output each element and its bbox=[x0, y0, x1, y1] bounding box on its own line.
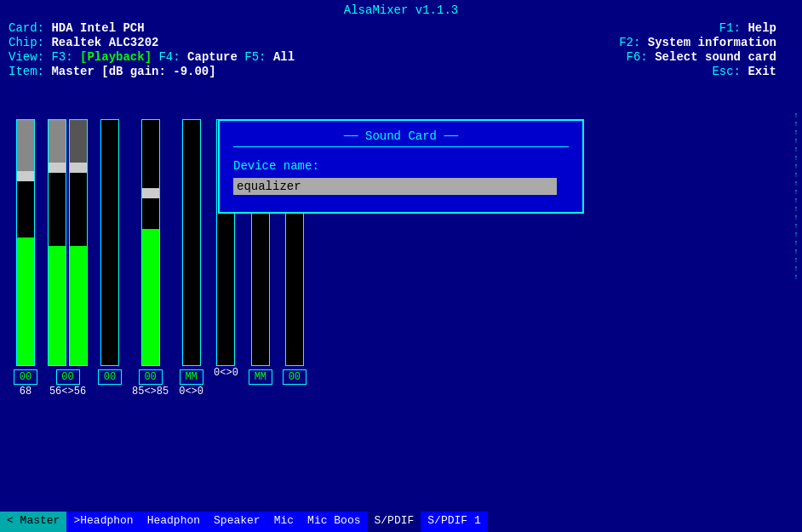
chip-label: Chip: bbox=[9, 36, 44, 49]
scroll-arrow-19: ↑ bbox=[793, 266, 798, 273]
speaker-value: 85<>85 bbox=[132, 386, 169, 398]
headphone2-fader[interactable] bbox=[100, 119, 119, 366]
channel-mic: MM 0<>0 bbox=[179, 119, 203, 398]
view-all: All bbox=[273, 50, 295, 64]
scroll-arrow-3: ↑ bbox=[793, 129, 798, 137]
sound-card-dialog: ── Sound Card ── Device name: bbox=[218, 119, 584, 214]
channel-master: 00 68 bbox=[14, 119, 37, 398]
f2-label: F2: bbox=[619, 36, 640, 49]
headphone-db: 00 bbox=[56, 369, 80, 385]
view-f4: F4: bbox=[158, 50, 180, 64]
view-info: View: F3: [Playback] F4: Capture F5: All bbox=[9, 50, 392, 64]
scroll-arrow-10: ↑ bbox=[793, 189, 798, 197]
app-title: AlsaMixer v1.1.3 bbox=[344, 3, 458, 17]
scroll-arrow-18: ↑ bbox=[793, 257, 798, 265]
chip-value: Realtek ALC3202 bbox=[51, 36, 158, 49]
item-label: Item: bbox=[9, 65, 44, 78]
spdif1-db: 00 bbox=[283, 369, 306, 385]
chip-info: Chip: Realtek ALC3202 bbox=[9, 36, 392, 49]
master-fader-left[interactable] bbox=[16, 119, 35, 366]
master-db: 00 bbox=[14, 369, 37, 385]
scroll-arrow-5: ↑ bbox=[793, 146, 798, 154]
tab-bar: < Master >Headphon Headphon Speaker Mic … bbox=[0, 512, 802, 532]
speaker-fader[interactable] bbox=[141, 119, 160, 366]
scroll-arrow-6: ↑ bbox=[793, 155, 798, 163]
channel-speaker: 00 85<>85 bbox=[132, 119, 169, 398]
scroll-arrow-7: ↑ bbox=[793, 163, 798, 171]
f1-label: F1: bbox=[719, 21, 741, 35]
scroll-arrow-17: ↑ bbox=[793, 249, 798, 256]
spdif-db: MM bbox=[249, 369, 272, 385]
f1-info: F1: Help bbox=[392, 21, 776, 35]
mic-value: 0<>0 bbox=[179, 386, 203, 398]
f6-label: F6: bbox=[627, 50, 648, 64]
device-name-input[interactable] bbox=[233, 178, 557, 195]
scroll-arrow-9: ↑ bbox=[793, 180, 798, 188]
scroll-arrow-4: ↑ bbox=[793, 138, 798, 146]
headphone-fader-left[interactable] bbox=[48, 119, 66, 366]
tab-spdif1[interactable]: S/PDIF 1 bbox=[421, 512, 487, 532]
info-section: Card: HDA Intel PCH Chip: Realtek ALC320… bbox=[0, 19, 802, 81]
f1-value: Help bbox=[748, 21, 776, 35]
card-info: Card: HDA Intel PCH bbox=[9, 21, 392, 35]
view-label: View: bbox=[9, 50, 44, 64]
speaker-db: 00 bbox=[139, 369, 163, 385]
scroll-arrow-16: ↑ bbox=[793, 240, 798, 248]
f2-info: F2: System information bbox=[392, 36, 776, 49]
info-right: F1: Help F2: System information F6: Sele… bbox=[392, 20, 793, 79]
tab-headphone2[interactable]: Headphon bbox=[140, 512, 207, 532]
scroll-arrow-1: ↑ bbox=[793, 112, 798, 120]
scroll-arrow-8: ↑ bbox=[793, 172, 798, 180]
headphone2-db: 00 bbox=[98, 369, 122, 385]
scrollbar: ↑ ↑ ↑ ↑ ↑ ↑ ↑ ↑ ↑ ↑ ↑ ↑ ↑ ↑ ↑ ↑ ↑ ↑ ↑ ↑ bbox=[790, 111, 802, 512]
tab-headphone[interactable]: >Headphon bbox=[66, 512, 140, 532]
esc-value: Exit bbox=[748, 65, 776, 78]
mic-db: MM bbox=[180, 369, 203, 385]
view-capture: Capture bbox=[187, 50, 238, 64]
scroll-arrow-12: ↑ bbox=[793, 206, 798, 214]
view-f3: F3: bbox=[51, 50, 72, 64]
tab-mic[interactable]: Mic bbox=[267, 512, 301, 532]
view-playback: [Playback] bbox=[80, 50, 152, 64]
card-value: HDA Intel PCH bbox=[51, 21, 144, 35]
dialog-input-row bbox=[233, 178, 569, 195]
headphone-fader-right[interactable] bbox=[69, 119, 88, 366]
channel-headphone2: 00 bbox=[98, 119, 122, 385]
master-value: 68 bbox=[20, 386, 32, 398]
scroll-arrow-11: ↑ bbox=[793, 197, 798, 205]
dialog-title: ── Sound Card ── bbox=[233, 129, 569, 147]
scroll-arrow-20: ↑ bbox=[793, 274, 798, 282]
title-bar: AlsaMixer v1.1.3 bbox=[0, 0, 802, 19]
tab-master[interactable]: < Master bbox=[0, 512, 66, 532]
mic-fader[interactable] bbox=[182, 119, 201, 366]
f6-value: Select sound card bbox=[655, 50, 776, 64]
info-left: Card: HDA Intel PCH Chip: Realtek ALC320… bbox=[9, 20, 392, 79]
item-value: Master [dB gain: -9.00] bbox=[51, 65, 215, 78]
headphone-faders bbox=[48, 119, 88, 366]
scroll-arrow-14: ↑ bbox=[793, 223, 798, 231]
card-label: Card: bbox=[9, 21, 44, 35]
micboost-value: 0<>0 bbox=[214, 367, 238, 379]
tab-spdif[interactable]: S/PDIF bbox=[368, 512, 421, 532]
esc-label: Esc: bbox=[712, 65, 741, 78]
headphone-value: 56<>56 bbox=[49, 386, 86, 398]
scroll-arrow-15: ↑ bbox=[793, 232, 798, 239]
view-f5: F5: bbox=[244, 50, 266, 64]
dialog-device-label: Device name: bbox=[233, 159, 569, 173]
tab-speaker[interactable]: Speaker bbox=[207, 512, 267, 532]
esc-info: Esc: Exit bbox=[392, 65, 776, 78]
f2-value: System information bbox=[648, 36, 776, 49]
scroll-arrow-13: ↑ bbox=[793, 215, 798, 222]
channel-headphone: 00 56<>56 bbox=[48, 119, 88, 398]
item-info: Item: Master [dB gain: -9.00] bbox=[9, 65, 392, 78]
scroll-arrow-2: ↑ bbox=[793, 121, 798, 129]
master-faders bbox=[16, 119, 35, 366]
f6-info: F6: Select sound card bbox=[392, 50, 776, 64]
tab-micboost[interactable]: Mic Boos bbox=[301, 512, 367, 532]
